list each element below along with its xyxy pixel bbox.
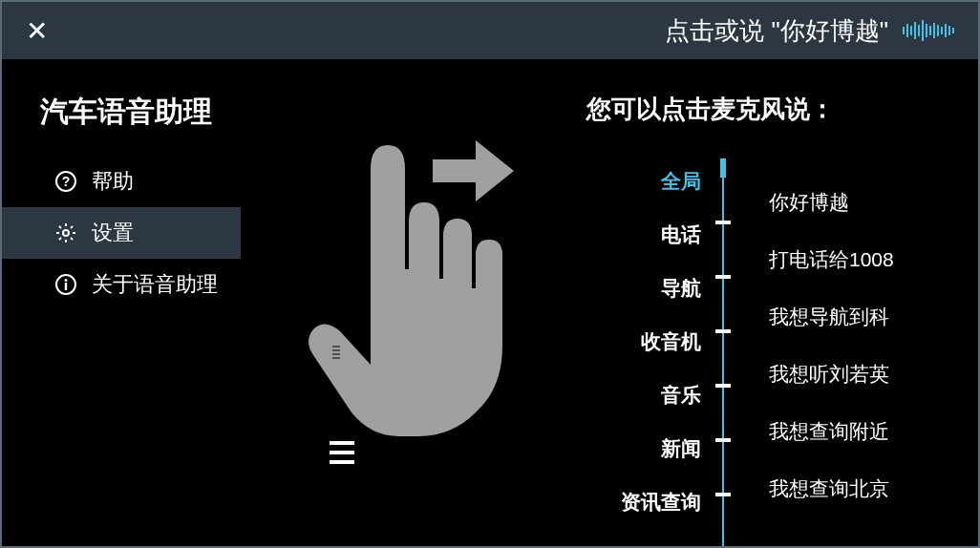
category-divider xyxy=(715,155,731,547)
close-button[interactable]: ✕ xyxy=(26,15,48,47)
right-panel: 您可以点击麦克风说： 全局 电话 导航 收音机 音乐 新闻 资讯查询 xyxy=(577,83,978,546)
example-item[interactable]: 我想导航到科 xyxy=(769,288,978,346)
sound-wave-icon[interactable] xyxy=(903,20,954,41)
svg-line-10 xyxy=(71,226,73,228)
example-item[interactable]: 打电话给1008 xyxy=(769,231,978,288)
example-item[interactable]: 我想听刘若英 xyxy=(769,346,978,403)
sidebar-item-settings[interactable]: 设置 xyxy=(2,207,241,259)
svg-rect-15 xyxy=(330,343,342,364)
category-list: 全局 电话 导航 收音机 音乐 新闻 资讯查询 xyxy=(577,155,715,547)
menu-icon[interactable] xyxy=(330,441,354,464)
category-item-global[interactable]: 全局 xyxy=(661,155,715,208)
svg-line-9 xyxy=(59,238,61,240)
category-item-music[interactable]: 音乐 xyxy=(661,369,715,422)
svg-point-12 xyxy=(65,279,68,282)
header-prompt: 点击或说 "你好博越" xyxy=(665,14,888,48)
microphone-icon[interactable] xyxy=(322,341,351,385)
svg-line-7 xyxy=(59,226,61,228)
category-item-nav[interactable]: 导航 xyxy=(661,262,715,315)
swipe-hand-icon xyxy=(285,112,533,440)
category-item-info[interactable]: 资讯查询 xyxy=(621,475,715,529)
example-list: 你好博越 打电话给1008 我想导航到科 我想听刘若英 我想查询附近 我想查询北… xyxy=(731,155,978,547)
sidebar-item-help[interactable]: ? 帮助 xyxy=(2,156,241,207)
settings-icon xyxy=(54,221,77,244)
svg-rect-14 xyxy=(433,159,480,182)
sidebar-title: 汽车语音助理 xyxy=(2,83,241,156)
info-icon xyxy=(54,273,77,296)
category-item-phone[interactable]: 电话 xyxy=(661,208,715,262)
sidebar-item-about[interactable]: 关于语音助理 xyxy=(2,259,241,310)
category-item-news[interactable]: 新闻 xyxy=(661,422,715,475)
example-item[interactable]: 我想查询北京 xyxy=(769,460,978,517)
right-panel-title: 您可以点击麦克风说： xyxy=(577,93,978,126)
svg-text:?: ? xyxy=(62,174,71,189)
sidebar-item-label: 帮助 xyxy=(92,167,134,196)
header: ✕ 点击或说 "你好博越" xyxy=(2,2,978,59)
category-item-radio[interactable]: 收音机 xyxy=(641,315,715,369)
help-icon: ? xyxy=(54,170,77,193)
svg-line-8 xyxy=(71,238,73,240)
sidebar-item-label: 设置 xyxy=(92,219,134,247)
example-item[interactable]: 我想查询附近 xyxy=(769,403,978,460)
example-item[interactable]: 你好博越 xyxy=(769,174,978,231)
svg-rect-13 xyxy=(65,283,67,290)
svg-point-2 xyxy=(63,230,69,236)
content: 汽车语音助理 ? 帮助 设置 关于语音助理 xyxy=(2,59,978,546)
sidebar-item-label: 关于语音助理 xyxy=(92,270,218,299)
center-panel xyxy=(241,83,577,546)
sidebar: 汽车语音助理 ? 帮助 设置 关于语音助理 xyxy=(2,83,241,546)
